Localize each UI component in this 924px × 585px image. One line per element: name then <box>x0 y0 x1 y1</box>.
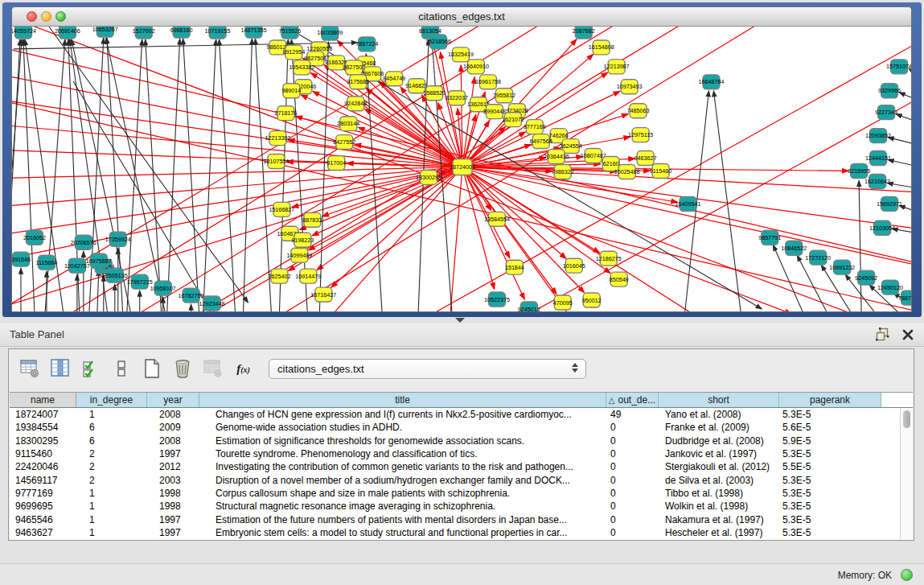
cell-year[interactable]: 2003 <box>147 474 199 487</box>
cell-in_degree[interactable]: 2 <box>76 474 147 487</box>
panel-splitter[interactable] <box>0 317 924 323</box>
table-scrollbar-thumb[interactable] <box>903 410 910 428</box>
graph-node[interactable]: 1621072 <box>502 113 524 127</box>
header-cell-title[interactable]: title <box>199 393 606 407</box>
cell-name[interactable]: 14569117 <box>10 474 76 487</box>
new-document-icon[interactable] <box>141 358 162 380</box>
cell-title[interactable]: Tourette syndrome. Phenomenology and cla… <box>199 447 606 460</box>
cell-name[interactable]: 9777169 <box>10 487 76 500</box>
cell-out_de[interactable]: 0 <box>606 460 659 473</box>
cell-year[interactable]: 2012 <box>147 460 199 473</box>
cell-out_de[interactable]: 0 <box>606 487 659 500</box>
network-window-titlebar[interactable]: citations_edges.txt <box>12 7 911 27</box>
graph-node[interactable]: 9245012 <box>518 302 540 311</box>
graph-node[interactable]: 10991232 <box>829 260 855 274</box>
cell-out_de[interactable]: 0 <box>606 435 659 447</box>
cell-name[interactable]: 9115460 <box>10 447 76 460</box>
graph-node[interactable]: 10719155 <box>205 27 231 39</box>
graph-node[interactable]: 10653267 <box>92 27 118 37</box>
cell-name[interactable]: 18724007 <box>10 408 76 421</box>
graph-node[interactable]: 1588520 <box>423 86 446 101</box>
graph-node[interactable]: 9245092 <box>855 270 877 285</box>
table-scrollbar[interactable] <box>900 408 913 540</box>
graph-node[interactable]: 20691406 <box>55 27 80 39</box>
cell-in_degree[interactable]: 1 <box>76 513 147 526</box>
cell-in_degree[interactable]: 1 <box>76 408 147 421</box>
cell-in_degree[interactable]: 1 <box>76 500 147 513</box>
graph-node[interactable]: 8427552 <box>333 135 355 150</box>
header-cell-year[interactable]: year <box>147 393 199 407</box>
graph-node[interactable]: 16033809 <box>317 27 343 40</box>
graph-node[interactable]: 1016045 <box>563 258 585 273</box>
network-graph-canvas[interactable]: 1405572420691406106532671527602696616010… <box>12 27 911 311</box>
graph-node[interactable]: 391546 <box>12 252 31 266</box>
cell-pagerank[interactable]: 5.3E-5 <box>779 526 881 539</box>
table-row[interactable]: 2242004622012Investigating the contribut… <box>10 460 900 473</box>
graph-node[interactable]: 3175685 <box>347 75 369 89</box>
hub-node[interactable]: 18724007 <box>450 159 475 175</box>
cell-short[interactable]: Hescheler et al. (1997) <box>659 526 779 539</box>
cell-pagerank[interactable]: 5.6E-5 <box>779 421 881 434</box>
cell-title[interactable]: Structural magnetic resonance image aver… <box>199 500 606 513</box>
graph-node[interactable]: 17272120 <box>805 250 831 265</box>
graph-node[interactable]: 14671355 <box>240 27 266 38</box>
graph-node[interactable]: 2803144 <box>337 117 359 131</box>
float-panel-icon[interactable] <box>876 328 889 341</box>
cell-title[interactable]: Estimation of significance thresholds fo… <box>199 435 606 447</box>
cell-in_degree[interactable]: 1 <box>76 487 147 500</box>
cell-year[interactable]: 2009 <box>147 421 199 434</box>
cell-pagerank[interactable]: 5.3E-5 <box>779 500 881 513</box>
cell-name[interactable]: 22420046 <box>10 460 76 473</box>
table-row[interactable]: 1872400712008Changes of HCN gene express… <box>10 408 900 421</box>
table-selector-dropdown[interactable]: citations_edges.txt <box>269 359 586 379</box>
cell-short[interactable]: Dudbridge et al. (2008) <box>659 435 779 447</box>
cell-out_de[interactable]: 49 <box>606 408 659 421</box>
graph-node[interactable]: 9242848 <box>344 97 367 111</box>
graph-node[interactable]: 10846522 <box>781 241 807 255</box>
cell-pagerank[interactable]: 5.9E-5 <box>779 435 881 447</box>
cell-title[interactable]: Estimation of the future numbers of pati… <box>199 513 606 526</box>
graph-node[interactable]: 16648784 <box>698 75 724 89</box>
cell-out_de[interactable]: 0 <box>606 474 659 487</box>
header-cell-in_degree[interactable]: in_degree <box>76 393 147 407</box>
cell-name[interactable]: 9699695 <box>10 500 76 513</box>
cell-out_de[interactable]: 0 <box>606 513 659 526</box>
table-row[interactable]: 946554611997Estimation of the future num… <box>10 513 900 526</box>
cell-name[interactable]: 18300295 <box>10 435 76 447</box>
graph-node[interactable]: 14099489 <box>286 248 312 262</box>
graph-node[interactable]: 9857791 <box>758 230 781 245</box>
cell-in_degree[interactable]: 1 <box>76 526 147 539</box>
table-row[interactable]: 1830029562008Estimation of significance … <box>10 435 900 447</box>
cell-short[interactable]: Jankovic et al. (1997) <box>659 447 779 460</box>
trash-icon[interactable] <box>171 358 193 380</box>
cell-title[interactable]: Genome-wide association studies in ADHD. <box>199 421 606 434</box>
graph-node[interactable]: 12213987 <box>604 60 630 74</box>
rows-icon[interactable] <box>110 358 132 380</box>
graph-node[interactable]: 16154808 <box>589 40 614 55</box>
cell-pagerank[interactable]: 5.3E-5 <box>779 487 881 500</box>
graph-node[interactable]: 7857224 <box>355 37 378 51</box>
table-row[interactable]: 969969511998Structural magnetic resonanc… <box>10 500 900 513</box>
table-columns-icon[interactable] <box>49 358 71 380</box>
cell-pagerank[interactable]: 5.3E-5 <box>779 408 881 421</box>
citation-network-graph[interactable]: 1405572420691406106532671527602696616010… <box>12 27 911 311</box>
cell-title[interactable]: Disruption of a novel member of a sodium… <box>199 474 606 487</box>
graph-node[interactable]: 16210643 <box>864 174 890 188</box>
cell-title[interactable]: Changes of HCN gene expression and I(f) … <box>199 408 606 421</box>
graph-node[interactable]: 12975115 <box>628 128 653 142</box>
graph-node[interactable]: 16914479 <box>295 269 321 283</box>
graph-node[interactable]: 12186275 <box>596 251 622 266</box>
cell-out_de[interactable]: 0 <box>606 421 659 434</box>
splitter-grip-icon[interactable] <box>455 318 465 323</box>
cell-year[interactable]: 1997 <box>147 526 199 539</box>
graph-node[interactable]: 8215955 <box>848 164 870 179</box>
graph-node[interactable]: 15751074 <box>886 60 911 74</box>
graph-node[interactable]: 6966160 <box>170 27 193 38</box>
graph-node[interactable]: 470095 <box>553 295 573 310</box>
graph-node[interactable]: 7485063 <box>627 104 650 118</box>
cell-in_degree[interactable]: 2 <box>76 447 147 460</box>
graph-node[interactable]: 7625402 <box>268 269 290 283</box>
graph-node[interactable]: 8912954 <box>282 45 305 60</box>
table-settings-icon[interactable] <box>18 358 40 380</box>
graph-node[interactable]: 7515526 <box>278 27 301 39</box>
